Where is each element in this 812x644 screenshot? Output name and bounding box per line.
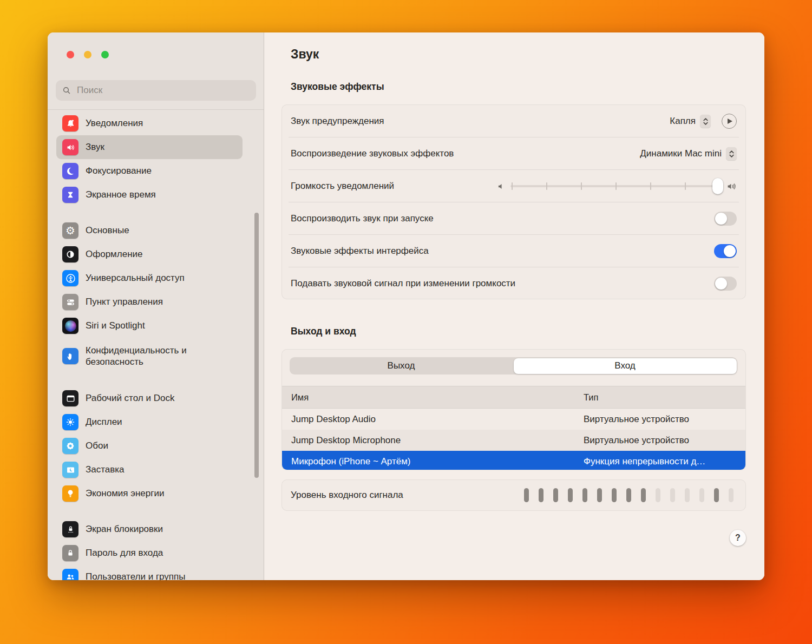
minimize-button[interactable] — [84, 51, 91, 58]
sidebar-item-control-center[interactable]: Пункт управления — [56, 290, 243, 314]
screensaver-icon — [62, 462, 78, 478]
traffic-lights — [67, 51, 109, 58]
sidebar-item-label: Экран блокировки — [86, 523, 163, 535]
sidebar-item-desktop-dock[interactable]: Рабочий стол и Dock — [56, 386, 243, 410]
sidebar-item-lock-screen[interactable]: Экран блокировки — [56, 517, 243, 541]
main-pane: Звук Звуковые эффекты Звук предупреждени… — [264, 32, 764, 580]
effects-output-row: Воспроизведение звуковых эффектов Динами… — [282, 137, 745, 170]
ui-sound-effects-row: Звуковые эффекты интерфейса — [282, 235, 745, 267]
level-segment — [597, 488, 602, 502]
startup-sound-row: Воспроизводить звук при запуске — [282, 202, 745, 235]
users-icon — [62, 569, 78, 580]
slider-track[interactable] — [510, 185, 722, 187]
lock-screen-icon — [62, 521, 78, 537]
sidebar-item-label: Siri и Spotlight — [86, 320, 145, 331]
sidebar-item-screensaver[interactable]: Заставка — [56, 458, 243, 482]
sidebar-item-siri-spotlight[interactable]: Siri и Spotlight — [56, 314, 243, 338]
sidebar-item-notifications[interactable]: Уведомления — [56, 111, 243, 135]
toggles-icon — [62, 294, 78, 310]
lightbulb-icon — [62, 485, 78, 502]
tab-output[interactable]: Выход — [290, 357, 513, 374]
sidebar-item-appearance[interactable]: Оформление — [56, 242, 243, 266]
sidebar-item-wallpaper[interactable]: Обои — [56, 434, 243, 458]
level-segment — [699, 488, 704, 502]
alert-volume-row: Громкость уведомлений — [282, 170, 745, 202]
sound-effects-card: Звук предупреждения Капля Воспроизведени… — [281, 104, 746, 299]
output-input-card: Выход Вход Имя Тип Jump Desktop Audio Ви… — [281, 349, 746, 470]
sidebar-item-screen-time[interactable]: Экранное время — [56, 183, 243, 207]
slider-thumb[interactable] — [712, 178, 723, 194]
gear-icon: ⚙ — [62, 222, 78, 239]
level-segment — [568, 488, 573, 502]
zoom-button[interactable] — [101, 51, 109, 58]
sidebar-item-energy-saver[interactable]: Экономия энергии — [56, 482, 243, 505]
sidebar-item-label: Основные — [86, 225, 129, 236]
alert-sound-value: Капля — [670, 116, 696, 127]
sidebar-item-label: Заставка — [86, 464, 125, 475]
sidebar-item-label: Экранное время — [86, 189, 156, 200]
accessibility-icon — [62, 270, 78, 286]
startup-sound-toggle[interactable] — [714, 212, 737, 226]
table-row[interactable]: Jump Desktop Microphone Виртуальное устр… — [282, 430, 745, 451]
slider-ticks — [512, 182, 721, 190]
sidebar-item-label: Пользователи и группы — [86, 571, 186, 580]
section-heading-output-input: Выход и вход — [291, 326, 356, 337]
effects-output-label: Воспроизведение звуковых эффектов — [291, 148, 454, 159]
effects-output-dropdown[interactable] — [726, 147, 737, 160]
speaker-mute-icon — [496, 182, 506, 191]
input-level-meter — [524, 488, 734, 502]
sidebar-item-label: Фокусирование — [86, 165, 152, 176]
ui-sound-effects-label: Звуковые эффекты интерфейса — [291, 246, 429, 257]
sidebar-item-users-groups[interactable]: Пользователи и группы — [56, 565, 243, 580]
alert-sound-dropdown[interactable] — [700, 115, 711, 128]
sidebar-item-login-password[interactable]: Пароль для входа — [56, 541, 243, 565]
help-button[interactable]: ? — [730, 530, 746, 546]
play-alert-sound-button[interactable] — [722, 114, 737, 129]
volume-feedback-label: Подавать звуковой сигнал при изменении г… — [291, 278, 515, 289]
table-row-selected[interactable]: Микрофон (iPhone ~ Артём) Функция непрер… — [282, 451, 745, 470]
sidebar-item-privacy-security[interactable]: Конфиденциальность и безопасность — [56, 338, 243, 374]
effects-output-value: Динамики Mac mini — [640, 148, 722, 159]
alert-volume-label: Громкость уведомлений — [291, 181, 394, 192]
page-title: Звук — [291, 47, 319, 62]
level-segment — [729, 488, 734, 502]
sidebar-item-label: Экономия энергии — [86, 488, 164, 499]
chevron-up-down-icon — [703, 117, 709, 126]
level-segment — [553, 488, 558, 502]
hand-icon — [62, 348, 78, 364]
sidebar-item-displays[interactable]: Дисплеи — [56, 410, 243, 434]
close-button[interactable] — [67, 51, 74, 58]
sidebar-item-accessibility[interactable]: Универсальный доступ — [56, 266, 243, 290]
tab-input[interactable]: Вход — [514, 358, 737, 374]
system-settings-window: Уведомления Звук Фокусирование — [48, 32, 764, 580]
sidebar-item-label: Уведомления — [86, 117, 143, 129]
chevron-up-down-icon — [729, 150, 735, 158]
input-level-label: Уровень входного сигнала — [291, 490, 403, 501]
bell-icon — [62, 115, 78, 132]
hourglass-icon — [62, 187, 78, 203]
sidebar-item-label: Рабочий стол и Dock — [86, 392, 174, 404]
level-segment — [626, 488, 631, 502]
volume-feedback-toggle[interactable] — [714, 277, 737, 291]
sidebar-item-label: Звук — [86, 141, 104, 153]
sidebar-item-focus[interactable]: Фокусирование — [56, 159, 243, 183]
sidebar-item-sound[interactable]: Звук — [56, 135, 243, 159]
search-input[interactable] — [76, 84, 250, 96]
sidebar: Уведомления Звук Фокусирование — [48, 32, 264, 580]
input-level-card: Уровень входного сигнала — [281, 479, 746, 511]
alert-volume-slider[interactable] — [496, 181, 737, 192]
search-field[interactable] — [56, 80, 256, 101]
volume-feedback-row: Подавать звуковой сигнал при изменении г… — [282, 267, 745, 300]
level-segment — [582, 488, 587, 502]
table-row[interactable]: Jump Desktop Audio Виртуальное устройств… — [282, 409, 745, 430]
level-segment — [539, 488, 543, 502]
sidebar-item-general[interactable]: ⚙ Основные — [56, 219, 243, 242]
speaker-icon — [62, 139, 78, 155]
sidebar-scrollbar[interactable] — [254, 213, 259, 478]
ui-sound-effects-toggle[interactable] — [714, 244, 737, 258]
sidebar-item-label: Дисплеи — [86, 416, 122, 428]
level-segment — [641, 488, 646, 502]
padlock-icon — [62, 545, 78, 561]
level-segment — [612, 488, 617, 502]
output-input-segmented-control: Выход Вход — [290, 357, 737, 374]
